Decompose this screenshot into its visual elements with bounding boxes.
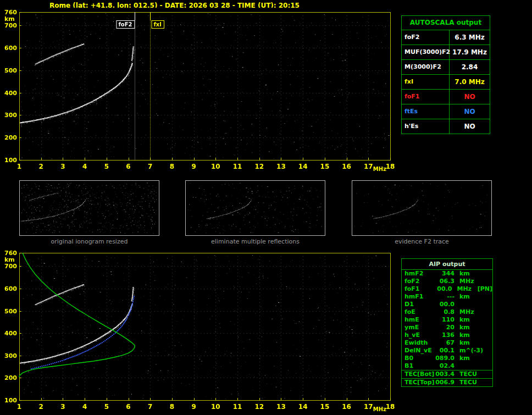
- autoscala-row-label: M(3000)F2: [402, 60, 450, 74]
- aip-row-unit: km: [455, 355, 479, 362]
- aip-row-unit: km: [455, 270, 479, 278]
- autoscala-row-value: 6.3 MHz: [450, 30, 490, 45]
- aip-row-value: 02.4: [434, 362, 455, 370]
- aip-table-row: ymE20km: [402, 324, 492, 331]
- autoscala-row-label: foF1: [402, 90, 450, 104]
- aip-row-note: [479, 355, 492, 362]
- thumb-caption-evidence: evidence F2 trace: [352, 238, 492, 245]
- aip-output-table: AIP output hmF2344kmfoF206.3MHzfoF100.0M…: [401, 258, 493, 387]
- aip-row-label: B1: [402, 362, 434, 370]
- aip-row-note: [479, 347, 492, 355]
- aip-row-note: [479, 379, 492, 386]
- aip-row-value: 003.4: [434, 370, 455, 378]
- aip-table-row: hmF1---km: [402, 293, 492, 301]
- thumb-multiple-canvas: [185, 180, 325, 236]
- autoscala-row-label: MUF(3000)F2: [402, 45, 450, 59]
- aip-row-unit: [455, 301, 479, 308]
- aip-row-label: TEC[Top]: [402, 379, 434, 386]
- autoscala-row-value: NO: [450, 90, 490, 104]
- aip-row-note: [479, 278, 492, 285]
- aip-table-row: foE0.8MHz: [402, 308, 492, 316]
- aip-row-unit: km: [455, 331, 479, 339]
- aip-row-note: [479, 301, 492, 308]
- aip-row-unit: TECU: [455, 370, 479, 378]
- aip-row-unit: [455, 362, 479, 370]
- aip-row-note: [479, 270, 492, 278]
- aip-row-note: [479, 370, 492, 378]
- aip-row-label: ymE: [402, 324, 434, 331]
- aip-row-unit: MHz: [455, 308, 479, 316]
- autoscala-table-row: foF1NO: [402, 89, 490, 104]
- aip-row-unit: km: [455, 316, 479, 324]
- aip-table-title: AIP output: [402, 259, 492, 270]
- thumb-caption-multiple: eliminate multiple reflections: [185, 238, 325, 245]
- autoscala-table-row: fxI7.0 MHz: [402, 74, 490, 89]
- aip-row-label: h_vE: [402, 331, 434, 339]
- aip-table-row: DelN_vE00.1m^(-3): [402, 347, 492, 355]
- autoscala-row-label: ftEs: [402, 104, 450, 119]
- aip-table-row: foF100.0MHz[PN]: [402, 285, 492, 293]
- aip-row-note: [479, 293, 492, 301]
- autoscala-table-row: M(3000)F22.84: [402, 59, 490, 74]
- autoscala-app-window: Rome (lat: +41.8, lon: 012.5) - DATE: 20…: [0, 0, 532, 415]
- aip-row-unit: m^(-3): [455, 347, 479, 355]
- aip-table-row: foF206.3MHz: [402, 278, 492, 285]
- aip-row-value: 110: [434, 316, 455, 324]
- aip-rows: hmF2344kmfoF206.3MHzfoF100.0MHz[PN]hmF1-…: [402, 270, 492, 386]
- aip-row-unit: MHz: [452, 285, 475, 293]
- aip-row-label: foF2: [402, 278, 434, 285]
- aip-row-note: [479, 339, 492, 347]
- aip-row-label: DelN_vE: [402, 347, 434, 355]
- autoscala-table-row: ftEsNO: [402, 104, 490, 119]
- aip-table-row: D100.0: [402, 301, 492, 308]
- aip-row-label: hmF1: [402, 293, 434, 301]
- ionogram-top-canvas: [0, 8, 399, 173]
- aip-row-unit: km: [455, 324, 479, 331]
- thumb-caption-original: original ionogram resized: [19, 238, 159, 245]
- aip-table-row: hmE110km: [402, 316, 492, 324]
- aip-row-value: 089.0: [434, 355, 455, 362]
- autoscala-row-value: 17.9 MHz: [450, 45, 490, 59]
- aip-row-note: [479, 308, 492, 316]
- aip-table-row: TEC[Bot]003.4TECU: [402, 370, 492, 378]
- aip-row-label: hmE: [402, 316, 434, 324]
- aip-row-label: D1: [402, 301, 434, 308]
- aip-row-unit: km: [455, 293, 479, 301]
- aip-row-value: 344: [434, 270, 455, 278]
- aip-row-value: 0.8: [434, 308, 455, 316]
- autoscala-row-value: NO: [450, 104, 490, 119]
- ionogram-bottom-canvas: [0, 248, 399, 415]
- aip-row-value: 00.0: [434, 301, 455, 308]
- aip-row-label: Ewidth: [402, 339, 434, 347]
- thumb-original-canvas: [19, 180, 159, 236]
- aip-row-note: [479, 362, 492, 370]
- autoscala-table-row: foF26.3 MHz: [402, 30, 490, 45]
- aip-row-note: [479, 331, 492, 339]
- aip-row-label: TEC[Bot]: [402, 370, 434, 378]
- aip-row-label: foF1: [402, 285, 433, 293]
- aip-row-value: 006.9: [434, 379, 455, 386]
- aip-table-row: B0089.0km: [402, 355, 492, 362]
- autoscala-table-title: AUTOSCALA output: [402, 16, 490, 30]
- aip-row-value: 06.3: [434, 278, 455, 285]
- aip-row-label: hmF2: [402, 270, 434, 278]
- autoscala-rows: foF26.3 MHzMUF(3000)F217.9 MHzM(3000)F22…: [402, 30, 490, 134]
- autoscala-table-row: MUF(3000)F217.9 MHz: [402, 45, 490, 59]
- autoscala-row-label: fxI: [402, 75, 450, 89]
- aip-row-label: foE: [402, 308, 434, 316]
- aip-row-value: ---: [434, 293, 455, 301]
- autoscala-row-label: foF2: [402, 30, 450, 45]
- aip-row-note: [PN]: [476, 285, 492, 293]
- autoscala-row-label: h'Es: [402, 119, 450, 134]
- aip-row-note: [479, 316, 492, 324]
- autoscala-row-value: NO: [450, 119, 490, 134]
- aip-row-value: 20: [434, 324, 455, 331]
- aip-row-unit: TECU: [455, 379, 479, 386]
- autoscala-row-value: 7.0 MHz: [450, 75, 490, 89]
- aip-row-label: B0: [402, 355, 434, 362]
- aip-row-value: 67: [434, 339, 455, 347]
- thumb-evidence-canvas: [352, 180, 492, 236]
- aip-row-value: 136: [434, 331, 455, 339]
- aip-row-note: [479, 324, 492, 331]
- aip-row-value: 00.1: [434, 347, 455, 355]
